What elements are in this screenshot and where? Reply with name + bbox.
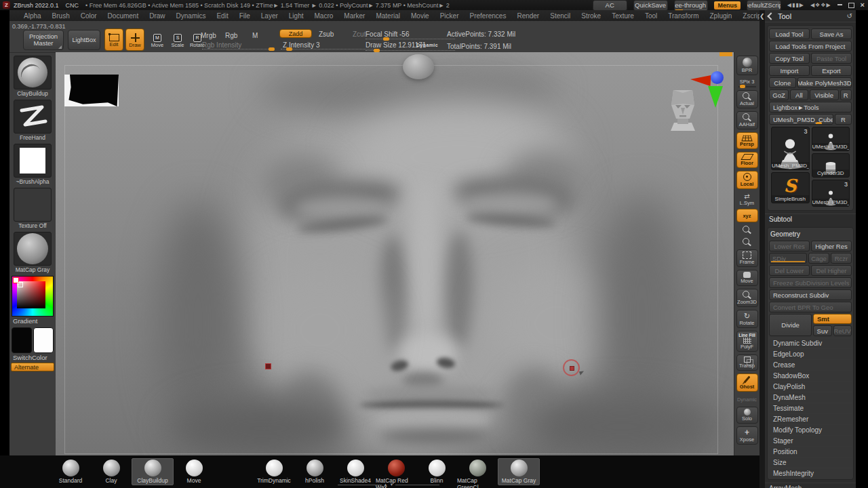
subtool-section-header[interactable]: Subtool	[765, 214, 856, 224]
m-button[interactable]: M	[252, 32, 258, 39]
current-tool-slot[interactable]: UMesh_PM3D_Cube3D2. 48	[769, 114, 833, 125]
goz-visible-button[interactable]: Visible	[810, 89, 839, 100]
zsub-button[interactable]: Zsub	[319, 30, 334, 38]
section-size[interactable]: Size	[769, 457, 852, 468]
rightshelf-l-sym-button[interactable]: L.Sym	[737, 192, 757, 206]
rightshelf-spix-3-button[interactable]: SPix 3	[737, 78, 757, 87]
alternate-button[interactable]: Alternate	[11, 363, 54, 371]
tool-slot-r-button[interactable]: R	[835, 114, 852, 125]
import-button[interactable]: Import	[769, 65, 810, 76]
menu-item-draw[interactable]: Draw	[144, 12, 170, 20]
menu-item-movie[interactable]: Movie	[406, 12, 434, 20]
rightshelf-solo-button[interactable]: Solo	[736, 407, 758, 424]
clone-button[interactable]: Clone	[769, 77, 796, 88]
zcut-button[interactable]: Zcut	[353, 30, 366, 38]
menu-item-brush[interactable]: Brush	[47, 12, 75, 20]
menu-item-light[interactable]: Light	[284, 12, 309, 20]
scroll-up-icon[interactable]: ▲	[384, 483, 388, 487]
ac-button[interactable]: AC	[593, 0, 627, 11]
quicksave-button[interactable]: QuickSave	[633, 0, 668, 11]
load-tool-button[interactable]: Load Tool	[769, 28, 810, 39]
divide-button[interactable]: Divide	[769, 314, 812, 336]
gradient-picker-icon[interactable]	[12, 276, 54, 317]
default-zscript-button[interactable]: DefaultZScript	[747, 0, 781, 11]
smt-toggle[interactable]: Smt	[813, 314, 852, 324]
tray-item-skinshade4[interactable]: SkinShade4	[335, 458, 376, 485]
menu-item-alpha[interactable]: Alpha	[19, 12, 46, 20]
rightshelf-zoom3d-button[interactable]: Zoom3D	[736, 289, 758, 307]
geometry-section-header[interactable]: Geometry	[769, 229, 852, 239]
section-shadowbox[interactable]: ShadowBox	[769, 370, 852, 381]
tool-palette-header[interactable]: Tool ↺	[765, 10, 856, 22]
rightshelf-actual-button[interactable]: Actual	[736, 90, 758, 108]
rgb-intensity-slider[interactable]	[202, 48, 274, 49]
copy-tool-button[interactable]: Copy Tool	[769, 53, 810, 64]
section-modify-topology[interactable]: Modify Topology	[769, 424, 852, 435]
menu-item-color[interactable]: Color	[76, 12, 102, 20]
rightshelf-rotate-button[interactable]: Rotate	[736, 310, 758, 328]
tray-item-move[interactable]: Move	[174, 458, 214, 485]
current-material[interactable]: MatCap Gray	[12, 232, 54, 273]
tray-scroll-widget[interactable]: ▲▼	[338, 483, 439, 487]
tool-thumb-simplebrush[interactable]: S SimpleBrush	[771, 172, 810, 203]
tray-item-standard[interactable]: Standard	[50, 458, 91, 485]
goz-all-button[interactable]: All	[790, 89, 808, 100]
tray-item-clay[interactable]: Clay	[91, 458, 132, 485]
load-tools-from-project-button[interactable]: Load Tools From Project	[769, 41, 852, 52]
restore-icon[interactable]	[848, 3, 854, 8]
current-brush[interactable]: ClayBuildup	[12, 56, 54, 97]
menu-item-material[interactable]: Material	[371, 12, 405, 20]
goz-button[interactable]: GoZ	[769, 89, 789, 100]
menu-item-macro[interactable]: Macro	[310, 12, 338, 20]
tray-divider[interactable]: ❮	[760, 10, 765, 488]
menu-item-layer[interactable]: Layer	[256, 12, 283, 20]
scroll-down-icon[interactable]: ▼	[390, 483, 394, 487]
draw-size-slider[interactable]	[366, 49, 455, 51]
section-arraymesh[interactable]: ArrayMesh	[765, 483, 856, 488]
tray-item-matcap-gray[interactable]: MatCap Gray	[498, 458, 540, 485]
rightshelf-aahalf-button[interactable]: AAHalf	[736, 111, 758, 129]
menu-item-edit[interactable]: Edit	[212, 12, 233, 20]
focal-shift-slider[interactable]	[366, 38, 455, 39]
rightshelf-local-button[interactable]: Local	[736, 171, 758, 189]
rightshelf-persp-button[interactable]: Persp	[736, 132, 758, 149]
section-tessimate[interactable]: Tessimate	[769, 403, 852, 413]
move-button[interactable]: M Move	[149, 28, 166, 51]
section-edgeloop[interactable]: EdgeLoop	[769, 348, 852, 359]
rightshelf-frame-button[interactable]: Frame	[736, 249, 758, 267]
dynamic-mode-label[interactable]: Dynamic	[416, 43, 438, 47]
current-alpha[interactable]: ~BrushAlpha	[12, 144, 54, 185]
menu-item-render[interactable]: Render	[512, 12, 544, 20]
active-tool-thumb[interactable]: 3 UMesh_PM3D_C	[771, 127, 810, 170]
tray-item-claybuildup[interactable]: ClayBuildup	[132, 458, 174, 485]
menu-item-dynamics[interactable]: Dynamics	[172, 12, 211, 20]
sdiv-slider[interactable]: SDiv	[769, 253, 807, 264]
scale-button[interactable]: S Scale	[169, 28, 186, 51]
tool-thumb-statue2[interactable]: 3 UMesh_PM3D_C	[812, 180, 850, 207]
higher-res-button[interactable]: Higher Res	[811, 241, 852, 251]
menu-item-tool[interactable]: Tool	[640, 12, 662, 20]
rightshelf-xyz-button[interactable]: xyz	[736, 209, 758, 222]
tool-thumb-cylinder[interactable]: Cylinder3D	[812, 153, 850, 178]
draw-button[interactable]: Draw	[125, 28, 144, 51]
section-meshintegrity[interactable]: MeshIntegrity	[769, 468, 852, 479]
menu-item-picker[interactable]: Picker	[435, 12, 464, 20]
tray-item-trimdynamic[interactable]: TrimDynamic	[254, 458, 294, 485]
divider-toggle-icons[interactable]: ◀▮▮▶	[787, 2, 804, 8]
canvas-scroll-tick[interactable]	[719, 52, 732, 56]
rightshelf-floor-button[interactable]: Floor	[736, 152, 758, 168]
sculpt-canvas[interactable]	[56, 52, 734, 455]
lightbox-button[interactable]: LightBox	[68, 30, 100, 50]
rightshelf-move-button[interactable]: Move	[736, 270, 758, 286]
menu-item-file[interactable]: File	[235, 12, 255, 20]
reconstruct-subdiv-button[interactable]: Reconstruct Subdiv	[769, 289, 852, 300]
tray-item-blinn[interactable]: Blinn	[416, 458, 457, 485]
rightshelf-polyf-button[interactable]: Line FillPolyF	[736, 331, 758, 352]
section-dynamic-subdiv[interactable]: Dynamic Subdiv	[769, 338, 852, 348]
spix-slider[interactable]	[738, 86, 756, 87]
switch-color[interactable]: SwitchColor	[12, 327, 54, 361]
rightshelf-icon-button[interactable]	[737, 237, 757, 247]
main-color-swatch[interactable]	[12, 327, 32, 353]
section-crease[interactable]: Crease	[769, 359, 852, 370]
color-picker[interactable]: Gradient	[12, 276, 54, 325]
